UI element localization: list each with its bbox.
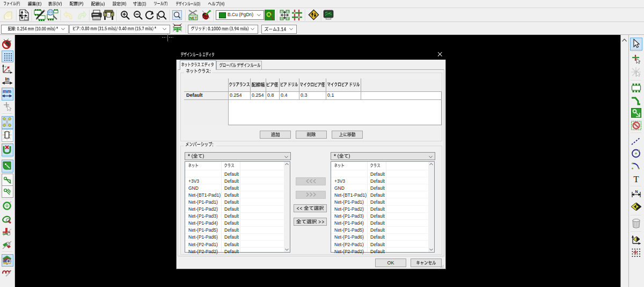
svg-text:NET: NET	[189, 16, 197, 20]
svg-text:In: In	[5, 76, 10, 82]
svg-text:N: N	[635, 190, 638, 193]
svg-text:T: T	[633, 174, 639, 183]
svg-text:r: r	[5, 64, 6, 69]
svg-text:φ: φ	[8, 68, 10, 73]
svg-text:mm: mm	[3, 89, 11, 94]
